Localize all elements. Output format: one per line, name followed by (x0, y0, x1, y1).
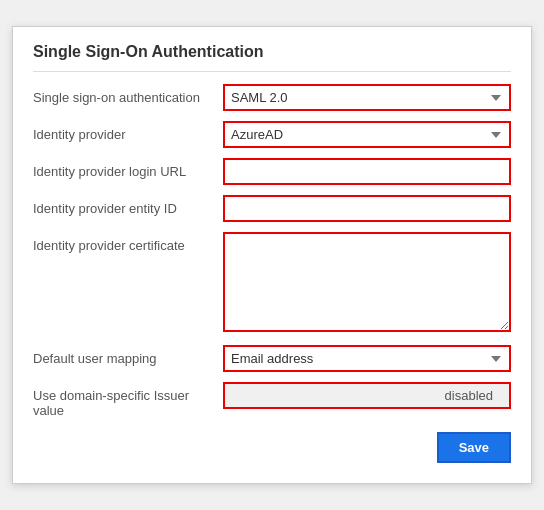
domain-issuer-control: disabled (223, 382, 511, 409)
user-mapping-row: Default user mapping Email address Usern… (33, 345, 511, 372)
login-url-control (223, 158, 511, 185)
identity-provider-select[interactable]: AzureAD Okta OneLogin (223, 121, 511, 148)
login-url-label: Identity provider login URL (33, 158, 223, 179)
sso-auth-select[interactable]: SAML 2.0 OAuth None (223, 84, 511, 111)
dialog: Single Sign-On Authentication Single sig… (12, 26, 532, 484)
entity-id-input[interactable] (223, 195, 511, 222)
sso-auth-control: SAML 2.0 OAuth None (223, 84, 511, 111)
entity-id-control (223, 195, 511, 222)
login-url-row: Identity provider login URL (33, 158, 511, 185)
sso-auth-label: Single sign-on authentication (33, 84, 223, 105)
certificate-label: Identity provider certificate (33, 232, 223, 253)
domain-issuer-toggle[interactable]: disabled (223, 382, 511, 409)
user-mapping-control: Email address Username (223, 345, 511, 372)
certificate-textarea[interactable] (223, 232, 511, 332)
entity-id-label: Identity provider entity ID (33, 195, 223, 216)
dialog-footer: Save (33, 432, 511, 463)
save-button[interactable]: Save (437, 432, 511, 463)
domain-issuer-label: Use domain-specific Issuer value (33, 382, 223, 418)
identity-provider-row: Identity provider AzureAD Okta OneLogin (33, 121, 511, 148)
entity-id-row: Identity provider entity ID (33, 195, 511, 222)
domain-issuer-row: Use domain-specific Issuer value disable… (33, 382, 511, 418)
certificate-row: Identity provider certificate (33, 232, 511, 335)
user-mapping-select[interactable]: Email address Username (223, 345, 511, 372)
login-url-input[interactable] (223, 158, 511, 185)
sso-auth-row: Single sign-on authentication SAML 2.0 O… (33, 84, 511, 111)
certificate-control (223, 232, 511, 335)
identity-provider-label: Identity provider (33, 121, 223, 142)
identity-provider-control: AzureAD Okta OneLogin (223, 121, 511, 148)
user-mapping-label: Default user mapping (33, 345, 223, 366)
dialog-title: Single Sign-On Authentication (33, 43, 511, 72)
